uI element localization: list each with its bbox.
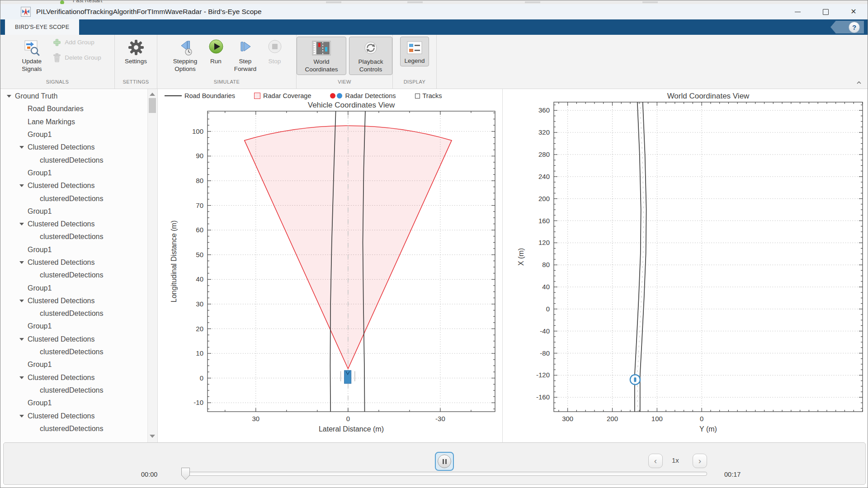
tree-item[interactable]: clusteredDetections: [40, 192, 147, 205]
section-label-simulate: SIMULATE: [157, 79, 296, 89]
add-group-icon: [52, 38, 61, 47]
scroll-up-icon[interactable]: [150, 93, 155, 96]
tree-item[interactable]: Clustered Detections: [19, 141, 147, 154]
pause-icon: [438, 455, 451, 468]
tree-item[interactable]: clusteredDetections: [40, 269, 147, 282]
tree-item[interactable]: Road Boundaries: [19, 103, 147, 115]
legend-item-label: Road Boundaries: [184, 92, 235, 99]
legend-toggle[interactable]: Legend: [400, 37, 429, 66]
main-content: Ground TruthRoad BoundariesLane Markings…: [0, 89, 868, 442]
tree-item[interactable]: Clustered Detections: [19, 409, 147, 422]
delete-group-icon: [52, 53, 61, 63]
tree-item[interactable]: Clustered Detections: [19, 218, 147, 230]
tree-item[interactable]: clusteredDetections: [40, 346, 147, 358]
expand-arrow-icon[interactable]: [19, 415, 28, 418]
svg-text:300: 300: [562, 415, 573, 422]
tree-item[interactable]: Group1: [19, 282, 147, 294]
settings-button[interactable]: Settings: [122, 36, 150, 66]
tree-item[interactable]: clusteredDetections: [40, 154, 147, 166]
expand-arrow-icon[interactable]: [19, 146, 28, 149]
maximize-button[interactable]: [811, 4, 840, 19]
legend-item-label: Radar Coverage: [263, 92, 311, 99]
tree-item[interactable]: Group1: [19, 397, 147, 409]
tree-item[interactable]: Group1: [19, 244, 147, 256]
settings-label: Settings: [125, 58, 147, 66]
svg-text:280: 280: [538, 150, 550, 158]
pause-button[interactable]: [435, 452, 454, 471]
tree-item[interactable]: Clustered Detections: [19, 295, 147, 307]
tree-item[interactable]: Lane Markings: [19, 116, 147, 128]
expand-arrow-icon[interactable]: [19, 184, 28, 187]
background-fragment-text: Fast Restart: [73, 0, 102, 4]
section-label-signals: SIGNALS: [0, 79, 114, 89]
sidebar-scrollbar[interactable]: [147, 89, 157, 442]
delete-group-button[interactable]: Delete Group: [52, 51, 101, 65]
tree-item[interactable]: clusteredDetections: [40, 307, 147, 320]
section-display: Legend DISPLAY: [393, 35, 437, 89]
svg-text:70: 70: [196, 202, 203, 209]
step-forward-label: Step Forward: [232, 58, 259, 73]
tab-birds-eye-scope[interactable]: BIRD'S-EYE SCOPE: [5, 19, 79, 35]
expand-arrow-icon[interactable]: [19, 376, 28, 379]
add-group-button[interactable]: Add Group: [52, 36, 101, 49]
tree-item[interactable]: clusteredDetections: [40, 230, 147, 243]
section-view: World Coordinates Playback Controls VIEW: [297, 35, 393, 89]
tree-item[interactable]: Group1: [19, 358, 147, 371]
help-button[interactable]: ?: [830, 21, 864, 33]
plot-box: [554, 102, 863, 412]
svg-text:50: 50: [196, 251, 203, 258]
grid: [554, 102, 863, 412]
tree-item[interactable]: Clustered Detections: [19, 333, 147, 346]
scroll-down-icon[interactable]: [150, 435, 155, 438]
tree-item-label: Group1: [28, 322, 52, 330]
minimize-button[interactable]: [783, 4, 811, 19]
svg-text:320: 320: [538, 128, 550, 136]
svg-text:160: 160: [538, 217, 550, 225]
tree-item[interactable]: Group1: [19, 205, 147, 218]
tree-item[interactable]: Clustered Detections: [19, 256, 147, 269]
tree-item-label: Clustered Detections: [28, 258, 95, 267]
svg-text:60: 60: [196, 226, 203, 234]
plot-legend: Road BoundariesRadar CoverageRadar Detec…: [165, 90, 502, 102]
svg-text:40: 40: [196, 275, 203, 283]
tree-item[interactable]: Group1: [19, 128, 147, 141]
svg-text:30: 30: [252, 415, 259, 422]
playback-controls-toggle[interactable]: Playback Controls: [349, 37, 392, 75]
tree-item[interactable]: Ground Truth: [7, 90, 147, 103]
svg-text:200: 200: [607, 415, 618, 422]
timeline-slider-track[interactable]: [182, 472, 707, 476]
expand-arrow-icon[interactable]: [19, 338, 28, 341]
svg-text:40: 40: [542, 283, 550, 291]
scrollbar-thumb[interactable]: [149, 98, 156, 113]
expand-arrow-icon[interactable]: [19, 300, 28, 302]
section-label-display: DISPLAY: [393, 79, 436, 89]
tree-item-label: Group1: [28, 284, 52, 292]
next-frame-button[interactable]: ›: [693, 454, 707, 468]
world-coordinates-toggle[interactable]: World Coordinates: [297, 37, 346, 75]
expand-arrow-icon[interactable]: [7, 95, 15, 98]
legend-item-label: Tracks: [423, 92, 442, 99]
stepping-options-button[interactable]: Stepping Options: [168, 36, 203, 74]
tree-item[interactable]: Group1: [19, 167, 147, 179]
section-signals: Update Signals Add Group: [0, 35, 115, 89]
tree-item-label: Group1: [28, 207, 52, 216]
expand-arrow-icon[interactable]: [19, 261, 28, 264]
minimize-icon: [795, 12, 801, 12]
stop-button[interactable]: Stop: [264, 36, 286, 66]
run-button[interactable]: Run: [205, 36, 227, 66]
tree-item[interactable]: Clustered Detections: [19, 371, 147, 384]
close-button[interactable]: ✕: [840, 4, 868, 19]
collapse-toolstrip-button[interactable]: [857, 80, 861, 85]
tree-item[interactable]: Group1: [19, 320, 147, 333]
expand-arrow-icon[interactable]: [19, 223, 28, 225]
tree-item[interactable]: clusteredDetections: [40, 384, 147, 397]
update-signals-button[interactable]: Update Signals: [14, 36, 49, 74]
tree-item[interactable]: Clustered Detections: [19, 179, 147, 192]
tree-item[interactable]: clusteredDetections: [40, 422, 147, 435]
step-forward-button[interactable]: Step Forward: [229, 36, 262, 74]
chart-title: World Coordinates View: [667, 92, 750, 100]
ribbon-band: BIRD'S-EYE SCOPE ?: [0, 19, 868, 35]
previous-frame-button[interactable]: ‹: [648, 454, 663, 468]
timeline-slider-thumb[interactable]: [181, 468, 190, 480]
coverage-swatch: [254, 93, 260, 99]
